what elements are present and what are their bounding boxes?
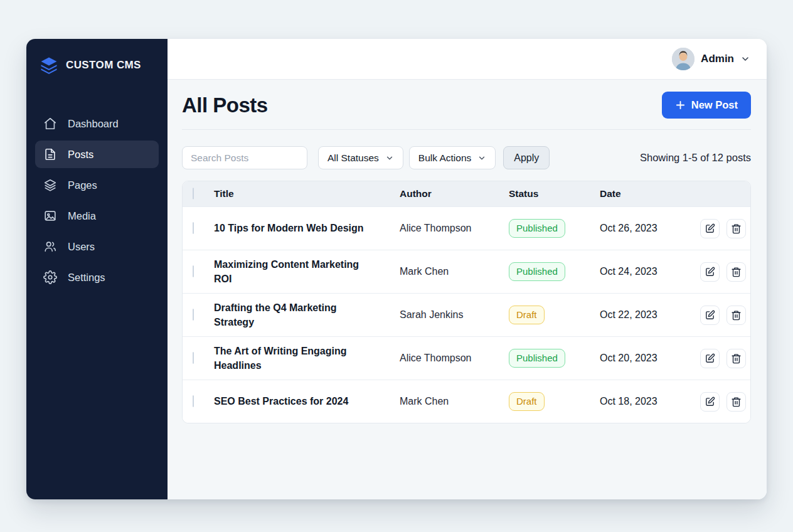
status-filter-select[interactable]: All Statuses [318,146,403,169]
layers-icon [43,178,57,192]
post-title: 10 Tips for Modern Web Design [214,221,400,235]
table-row: Maximizing Content Marketing ROI Mark Ch… [183,250,750,293]
new-post-label: New Post [691,99,738,111]
table-row: Drafting the Q4 Marketing Strategy Sarah… [183,293,750,336]
select-all-checkbox[interactable] [193,188,194,200]
topbar: Admin [168,39,767,80]
new-post-button[interactable]: New Post [662,92,751,119]
posts-table: Title Author Status Date 10 Tips for Mod… [182,181,751,423]
delete-button[interactable] [726,262,746,282]
page-title: All Posts [182,93,268,117]
sidebar-item-label: Settings [68,272,105,284]
bulk-actions-select[interactable]: Bulk Actions [409,146,496,169]
gear-icon [43,270,57,284]
post-date: Oct 24, 2023 [600,266,700,277]
column-header-author: Author [400,188,509,200]
row-actions [700,349,746,368]
brand: CUSTOM CMS [26,39,168,75]
filter-row: All Statuses Bulk Actions Apply Showing … [182,146,751,169]
edit-icon [705,223,715,234]
table-row: 10 Tips for Modern Web Design Alice Thom… [183,206,750,250]
trash-icon [731,353,742,364]
trash-icon [731,267,742,277]
post-date: Oct 20, 2023 [600,353,700,364]
row-checkbox[interactable] [193,265,194,277]
table-body: 10 Tips for Modern Web Design Alice Thom… [183,206,750,423]
trash-icon [731,223,742,234]
post-title: Drafting the Q4 Marketing Strategy [214,301,400,329]
sidebar-item-pages[interactable]: Pages [35,171,159,199]
edit-button[interactable] [700,262,720,282]
post-author: Alice Thompson [400,223,509,234]
delete-button[interactable] [726,392,746,412]
chevron-down-icon [740,54,750,64]
results-count: Showing 1-5 of 12 posts [640,152,751,164]
status-badge: Published [509,262,565,281]
brand-name: CUSTOM CMS [66,59,141,72]
sidebar-item-media[interactable]: Media [35,202,159,230]
row-checkbox[interactable] [193,309,194,321]
delete-button[interactable] [726,306,746,325]
row-checkbox[interactable] [193,352,194,364]
trash-icon [731,310,742,321]
home-icon [43,117,57,130]
sidebar-item-dashboard[interactable]: Dashboard [35,110,159,137]
column-header-status: Status [509,188,600,200]
sidebar-item-settings[interactable]: Settings [35,263,159,291]
post-author: Sarah Jenkins [400,309,509,321]
row-actions [700,262,746,282]
chevron-down-icon [477,154,486,162]
post-title: Maximizing Content Marketing ROI [214,257,400,286]
table-row: SEO Best Practices for 2024 Mark Chen Dr… [183,380,750,423]
delete-button[interactable] [726,219,746,238]
post-date: Oct 18, 2023 [600,396,700,407]
sidebar-item-label: Media [68,210,96,222]
status-badge: Published [509,349,565,368]
users-icon [43,240,57,253]
row-actions [700,306,746,325]
post-author: Mark Chen [400,396,509,407]
status-badge: Published [509,219,565,238]
post-date: Oct 22, 2023 [600,309,700,321]
post-title: The Art of Writing Engaging Headlines [214,344,400,373]
edit-button[interactable] [700,219,720,238]
file-text-icon [43,147,57,161]
post-title: SEO Best Practices for 2024 [214,394,400,408]
apply-button[interactable]: Apply [503,146,550,169]
row-actions [700,219,746,238]
status-badge: Draft [509,392,545,411]
sidebar-item-label: Pages [68,179,97,191]
column-header-title: Title [214,188,400,200]
content: All Posts New Post All Statuses Bulk Act… [168,80,767,499]
status-badge: Draft [509,306,545,324]
sidebar-item-label: Dashboard [68,118,119,130]
page-header: All Posts New Post [182,92,751,130]
edit-icon [705,267,715,277]
user-menu[interactable]: Admin [672,48,750,70]
column-header-date: Date [600,188,700,200]
trash-icon [731,396,742,407]
sidebar-item-posts[interactable]: Posts [35,141,159,168]
table-header-row: Title Author Status Date [183,181,750,206]
edit-icon [705,396,715,407]
row-actions [700,392,746,412]
edit-button[interactable] [700,392,720,412]
edit-icon [705,310,715,321]
post-author: Mark Chen [400,266,509,277]
row-checkbox[interactable] [193,222,194,234]
search-input[interactable] [182,146,307,169]
main-area: Admin All Posts New Post All Statuses [168,39,767,499]
avatar [672,48,695,70]
sidebar-item-users[interactable]: Users [35,233,159,260]
row-checkbox[interactable] [193,395,194,407]
image-icon [43,209,57,223]
post-date: Oct 26, 2023 [600,223,700,234]
edit-button[interactable] [700,306,720,325]
delete-button[interactable] [726,349,746,368]
edit-button[interactable] [700,349,720,368]
sidebar-item-label: Posts [68,149,93,161]
edit-icon [705,353,715,364]
sidebar-nav: DashboardPostsPagesMediaUsersSettings [26,110,168,291]
app-window: CUSTOM CMS DashboardPostsPagesMediaUsers… [26,39,767,499]
plus-icon [675,100,686,110]
